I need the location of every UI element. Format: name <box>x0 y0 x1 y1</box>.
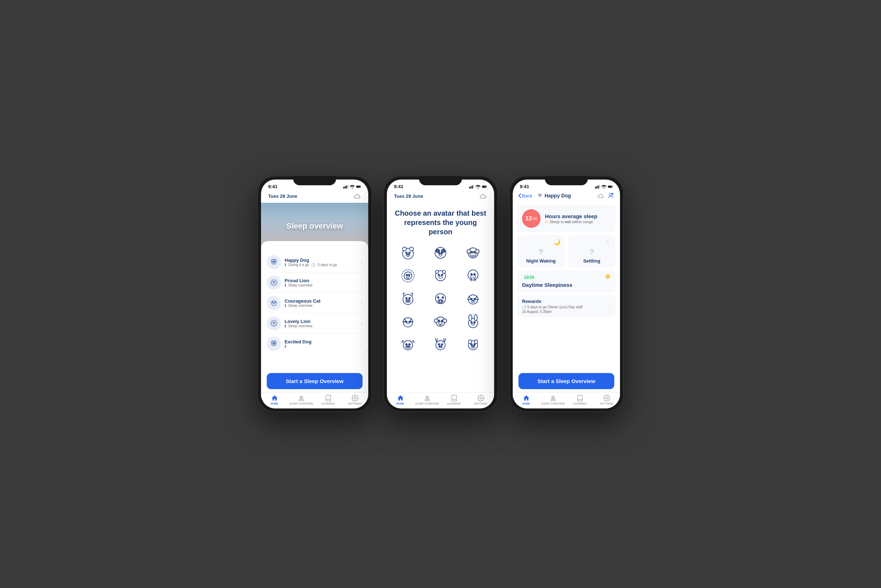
nav-home-2[interactable]: HOME <box>387 394 414 405</box>
avatar-monkey2[interactable] <box>427 312 455 331</box>
chevron-4: › <box>361 341 363 346</box>
home-icon-3 <box>523 394 530 402</box>
svg-point-73 <box>439 276 443 279</box>
battery-icon-2 <box>482 184 487 189</box>
back-button[interactable]: Back <box>518 193 532 198</box>
svg-point-70 <box>442 270 445 274</box>
night-waking-label: Night Waking <box>526 258 556 264</box>
nav-settings-2[interactable]: SETTINGS <box>467 394 494 405</box>
wifi-icon-1 <box>350 184 355 189</box>
night-waking-question: ? <box>538 248 543 257</box>
hero-image-1: Sleep overview <box>261 203 368 249</box>
svg-rect-141 <box>596 186 598 189</box>
patient-name-4: Excited Dog <box>285 339 361 344</box>
start-sleep-overview-btn-3[interactable]: Start a Sleep Overview <box>518 373 614 389</box>
moon-icon: 🌙 <box>553 238 560 245</box>
cat-face-icon-2 <box>399 312 417 331</box>
nav-learning-2[interactable]: LEARNING <box>440 394 467 405</box>
patient-item-2[interactable]: Courageous Cat ℹ Sleep overview › <box>267 293 363 314</box>
settling-card[interactable]: ☾ ? Settling <box>568 235 616 267</box>
patient-item-3[interactable]: Lovely Lion ℹ Sleep overview › <box>267 314 363 334</box>
cow-face-icon <box>399 290 417 308</box>
dog-avatar-4 <box>269 339 279 349</box>
home-icon-2 <box>397 394 404 402</box>
svg-rect-146 <box>613 186 613 187</box>
patient-item-0[interactable]: Happy Dog ℹ Giving it a go 🕐 5 days to g… <box>267 252 363 273</box>
nav-sleep-3[interactable]: SLEEP OVERVIEW <box>539 394 566 405</box>
nav-home-3[interactable]: HOME <box>513 394 539 405</box>
patient-item-1[interactable]: Proud Lion ℹ Sleep overview › <box>267 273 363 293</box>
svg-point-55 <box>441 252 442 254</box>
svg-point-53 <box>442 250 444 252</box>
rewards-date: 16 August, 5:30pm <box>522 310 583 314</box>
avatar-bull[interactable] <box>394 335 422 354</box>
phones-container: 9:41 Tues 29 June Sleep overview <box>258 176 623 412</box>
dog-title-icon <box>537 192 543 199</box>
nav-settings-3[interactable]: SETTINGS <box>593 394 620 405</box>
nav-sleep-2[interactable]: SLEEP OVERVIEW <box>414 394 440 405</box>
nav-settings-1[interactable]: SETTINGS <box>342 394 368 405</box>
hero-title-1: Sleep overview <box>286 221 343 231</box>
phone3-header-icons <box>597 192 614 199</box>
svg-point-126 <box>441 344 443 345</box>
svg-point-113 <box>469 315 472 321</box>
time-2: 9:41 <box>394 184 403 189</box>
avatar-dog2[interactable] <box>459 335 487 354</box>
rewards-card[interactable]: Rewards 🕐 5 days to go Owner (you) Day s… <box>517 295 616 317</box>
patient-sub-2: ℹ Sleep overview <box>285 304 361 308</box>
weather-icon-1 <box>353 192 361 200</box>
bottom-nav-3: HOME SLEEP OVERVIEW LEARNING SETTINGS <box>513 392 620 408</box>
nav-sleep-1[interactable]: SLEEP OVERVIEW <box>288 394 315 405</box>
patient-sub-4: ℹ <box>285 344 361 348</box>
avatar-pig[interactable] <box>427 290 455 308</box>
daytime-badge: 12/16 <box>522 274 536 280</box>
svg-point-77 <box>470 275 475 278</box>
phone-2: 9:41 Tues 29 June Choose an avatar that … <box>383 176 498 412</box>
avatar-monkey[interactable] <box>459 244 487 262</box>
svg-rect-145 <box>608 186 612 187</box>
avatar-deer[interactable] <box>427 335 455 354</box>
page-title-3: Happy Dog <box>537 192 571 199</box>
svg-point-133 <box>470 344 472 345</box>
wifi-icon-2 <box>475 184 481 189</box>
svg-point-151 <box>540 195 540 195</box>
svg-point-30 <box>274 343 275 344</box>
night-waking-card[interactable]: 🌙 ? Night Waking <box>517 235 565 267</box>
svg-rect-143 <box>599 184 600 189</box>
svg-point-109 <box>438 320 439 321</box>
avatar-cat2[interactable] <box>394 312 422 331</box>
avatar-bear[interactable] <box>394 244 422 262</box>
avatar-panda[interactable] <box>427 244 455 262</box>
avatar-walrus[interactable] <box>459 267 487 285</box>
book-icon-2 <box>451 394 458 402</box>
battery-icon-3 <box>608 184 613 189</box>
rabbit-face-icon <box>464 312 482 331</box>
avatar-tiger[interactable] <box>427 267 455 285</box>
nav-home-1[interactable]: HOME <box>261 394 288 405</box>
svg-point-134 <box>474 344 475 345</box>
sleep-icon-3 <box>550 394 557 402</box>
panda-face-icon <box>431 244 450 262</box>
avatar-lion[interactable] <box>394 267 422 285</box>
rewards-info: Rewards 🕐 5 days to go Owner (you) Day s… <box>522 298 583 314</box>
wifi-icon-3 <box>601 184 607 189</box>
cat-avatar-2 <box>269 298 279 308</box>
patient-item-4[interactable]: Excited Dog ℹ › <box>267 334 363 354</box>
avatar-rabbit[interactable] <box>459 312 487 331</box>
svg-point-69 <box>436 270 439 274</box>
wolf-face-icon <box>464 290 482 308</box>
daytime-card[interactable]: 12/16 Daytime Sleepiness ☀️ <box>517 270 616 292</box>
lion-avatar-3 <box>269 318 279 328</box>
svg-point-95 <box>470 298 472 300</box>
daytime-label: Daytime Sleepiness <box>522 282 572 289</box>
svg-point-152 <box>610 193 612 196</box>
avatar-cow[interactable] <box>394 290 422 308</box>
start-sleep-overview-btn-1[interactable]: Start a Sleep Overview <box>267 373 363 389</box>
nav-learning-3[interactable]: LEARNING <box>566 394 593 405</box>
svg-point-122 <box>407 346 408 347</box>
svg-rect-33 <box>299 399 304 400</box>
nav-learning-1[interactable]: LEARNING <box>315 394 342 405</box>
svg-point-76 <box>474 274 475 275</box>
svg-point-117 <box>471 323 475 325</box>
avatar-bear2[interactable] <box>459 290 487 308</box>
